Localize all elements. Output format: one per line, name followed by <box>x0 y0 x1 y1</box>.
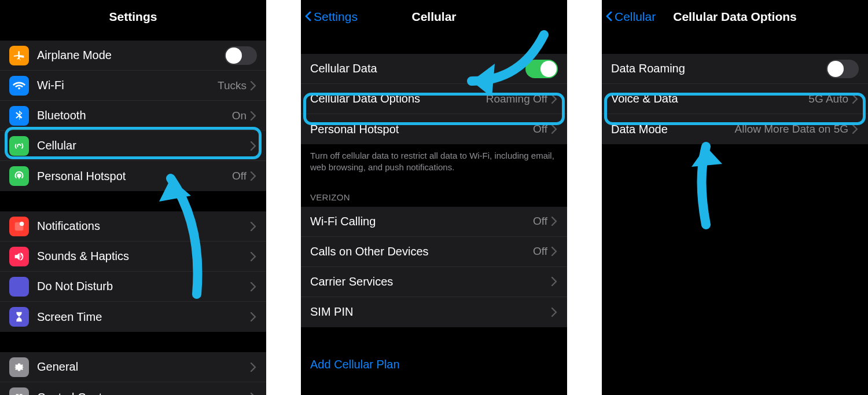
cellular-icon <box>9 136 29 156</box>
chevron-right-icon <box>551 217 558 226</box>
row-voice-data[interactable]: Voice & Data 5G Auto <box>602 84 868 114</box>
row-label: Data Roaming <box>611 62 826 75</box>
row-value: Off <box>232 170 247 182</box>
row-label: Wi-Fi <box>37 79 218 92</box>
row-notifications[interactable]: Notifications <box>0 211 266 242</box>
row-label: Cellular <box>37 139 250 152</box>
page-title: Cellular <box>411 10 456 24</box>
row-sim-pin[interactable]: SIM PIN <box>301 297 567 327</box>
screen-cdo: Cellular Cellular Data Options Data Roam… <box>602 0 868 395</box>
row-label: Screen Time <box>37 310 250 324</box>
chevron-right-icon <box>250 252 257 261</box>
back-button[interactable]: Cellular <box>605 0 656 33</box>
chevron-right-icon <box>250 222 257 231</box>
row-label: Carrier Services <box>310 275 551 288</box>
wifi-icon <box>9 76 29 96</box>
chevron-right-icon <box>250 312 257 321</box>
screen-cellular: Settings Cellular Cellular Data Cellular… <box>301 0 567 395</box>
chevron-right-icon <box>250 171 257 181</box>
row-label: Sounds & Haptics <box>37 250 250 263</box>
chevron-right-icon <box>551 308 558 317</box>
add-cellular-plan-link[interactable]: Add Cellular Plan <box>301 348 567 382</box>
chevron-right-icon <box>250 363 257 372</box>
row-wifi[interactable]: Wi-Fi Tucks <box>0 71 266 101</box>
page-title: Settings <box>109 10 157 24</box>
gear-icon <box>9 357 29 377</box>
row-control-center[interactable]: Control Center <box>0 382 266 395</box>
row-label: Do Not Disturb <box>37 280 250 293</box>
data-roaming-toggle[interactable] <box>826 60 859 78</box>
row-general[interactable]: General <box>0 352 266 382</box>
row-sounds[interactable]: Sounds & Haptics <box>0 242 266 272</box>
row-value: Tucks <box>218 79 247 92</box>
row-cellular-data[interactable]: Cellular Data <box>301 54 567 84</box>
screen-settings: Settings Airplane Mode Wi-Fi Tucks Bluet… <box>0 0 266 395</box>
row-value: Off <box>533 215 547 228</box>
row-personal-hotspot[interactable]: Personal Hotspot Off <box>301 114 567 144</box>
bluetooth-icon <box>9 106 29 126</box>
chevron-right-icon <box>250 81 257 90</box>
row-label: Personal Hotspot <box>37 170 232 183</box>
airplane-toggle[interactable] <box>225 46 257 65</box>
moon-icon <box>9 277 29 297</box>
row-cellular-data-options[interactable]: Cellular Data Options Roaming Off <box>301 84 567 114</box>
chevron-right-icon <box>250 141 257 151</box>
svg-point-1 <box>20 221 24 225</box>
page-title: Cellular Data Options <box>673 10 797 24</box>
back-button[interactable]: Settings <box>304 0 358 33</box>
row-screen-time[interactable]: Screen Time <box>0 302 266 332</box>
row-airplane-mode[interactable]: Airplane Mode <box>0 41 266 71</box>
chevron-right-icon <box>551 94 558 104</box>
back-label: Cellular <box>615 10 656 24</box>
row-data-roaming[interactable]: Data Roaming <box>602 54 868 84</box>
row-dnd[interactable]: Do Not Disturb <box>0 272 266 302</box>
chevron-right-icon <box>551 277 558 286</box>
row-data-mode[interactable]: Data Mode Allow More Data on 5G <box>602 114 868 144</box>
header: Settings <box>0 0 266 34</box>
row-cellular[interactable]: Cellular <box>0 131 266 161</box>
row-label: Notifications <box>37 220 250 233</box>
row-calls-other-devices[interactable]: Calls on Other Devices Off <box>301 237 567 267</box>
row-value: 5G Auto <box>808 93 848 105</box>
airplane-icon <box>9 46 29 65</box>
row-label: Control Center <box>37 391 250 396</box>
hint-text: Turn off cellular data to restrict all d… <box>301 144 567 180</box>
chevron-right-icon <box>551 125 558 134</box>
row-value: Off <box>533 245 547 258</box>
chevron-right-icon <box>852 94 859 104</box>
control-center-icon <box>9 387 29 395</box>
row-value: Roaming Off <box>486 93 547 105</box>
chevron-right-icon <box>551 247 558 256</box>
sounds-icon <box>9 247 29 266</box>
section-header: VERIZON <box>301 180 567 207</box>
row-label: Calls on Other Devices <box>310 245 533 258</box>
back-label: Settings <box>314 10 358 24</box>
row-personal-hotspot[interactable]: Personal Hotspot Off <box>0 161 266 191</box>
row-label: Cellular Data Options <box>310 92 486 105</box>
hotspot-icon <box>9 166 29 186</box>
row-label: Wi-Fi Calling <box>310 215 533 228</box>
row-label: Data Mode <box>611 123 735 136</box>
chevron-right-icon <box>250 282 257 291</box>
row-label: Cellular Data <box>310 62 525 75</box>
row-wifi-calling[interactable]: Wi-Fi Calling Off <box>301 207 567 237</box>
row-label: SIM PIN <box>310 305 551 319</box>
row-label: Bluetooth <box>37 109 232 122</box>
row-label: Voice & Data <box>611 92 808 105</box>
cellular-data-toggle[interactable] <box>525 60 558 78</box>
header: Cellular Cellular Data Options <box>602 0 868 34</box>
row-bluetooth[interactable]: Bluetooth On <box>0 101 266 131</box>
hourglass-icon <box>9 307 29 327</box>
header: Settings Cellular <box>301 0 567 34</box>
row-label: General <box>37 360 250 374</box>
row-value: On <box>232 109 247 122</box>
chevron-right-icon <box>852 125 859 134</box>
row-label: Personal Hotspot <box>310 123 533 136</box>
row-label: Airplane Mode <box>37 49 225 62</box>
notifications-icon <box>9 217 29 236</box>
chevron-right-icon <box>250 111 257 120</box>
row-value: Allow More Data on 5G <box>735 123 848 136</box>
chevron-right-icon <box>250 393 257 395</box>
row-carrier-services[interactable]: Carrier Services <box>301 267 567 297</box>
row-value: Off <box>533 123 547 136</box>
